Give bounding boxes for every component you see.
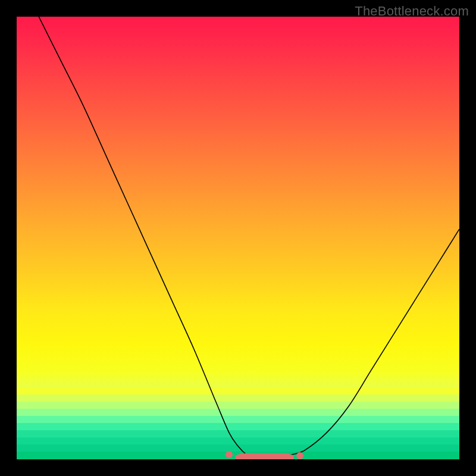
plot-area [17, 17, 459, 459]
flat-region-bar [238, 453, 291, 459]
chart-frame: TheBottleneck.com [0, 0, 476, 476]
flat-marker-dot [226, 451, 233, 458]
watermark-text: TheBottleneck.com [355, 4, 469, 19]
flat-region-markers [17, 17, 459, 459]
flat-marker-dot [296, 452, 303, 459]
